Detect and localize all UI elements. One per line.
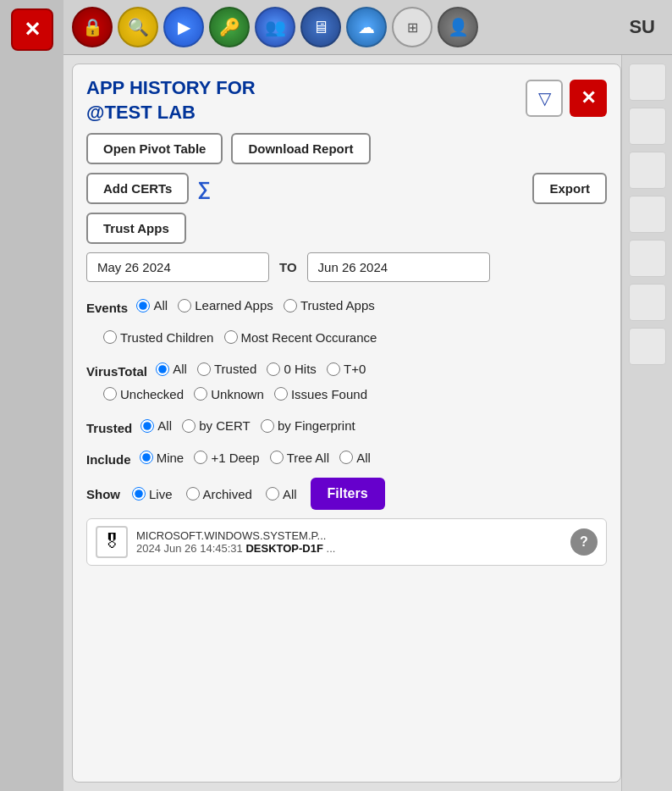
main-content: 🔒 🔍 ▶ 🔑 👥 🖥 ☁ ⊞ 👤 SU APP HISTORY FOR @TE… xyxy=(63,0,672,791)
dialog-close-button[interactable]: ✕ xyxy=(570,80,607,117)
left-panel xyxy=(0,0,63,791)
vt-0hits-option[interactable]: 0 Hits xyxy=(267,357,316,380)
toolbar: 🔒 🔍 ▶ 🔑 👥 🖥 ☁ ⊞ 👤 SU xyxy=(63,0,672,55)
include-mine-radio[interactable] xyxy=(140,451,153,464)
vt-unchecked-option[interactable]: Unchecked xyxy=(86,383,184,406)
open-pivot-table-button[interactable]: Open Pivot Table xyxy=(86,133,223,164)
events-all-radio[interactable] xyxy=(136,299,150,313)
result-name: MICROSOFT.WINDOWS.SYSTEM.P... xyxy=(136,529,562,542)
group-icon[interactable]: 👥 xyxy=(255,7,295,47)
trust-apps-button[interactable]: Trust Apps xyxy=(86,213,186,244)
date-to-input[interactable] xyxy=(307,252,490,282)
lock-icon[interactable]: 🔒 xyxy=(72,7,113,47)
trusted-children-option[interactable]: Trusted Children xyxy=(103,326,213,349)
show-section: Show Live Archived All Filters xyxy=(86,478,607,510)
most-recent-option[interactable]: Most Recent Occurance xyxy=(224,326,377,349)
show-all-radio[interactable] xyxy=(266,487,279,501)
right-btn-4[interactable] xyxy=(629,196,666,233)
export-button[interactable]: Export xyxy=(532,173,607,204)
vt-0hits-radio[interactable] xyxy=(267,362,280,376)
play-icon[interactable]: ▶ xyxy=(163,7,204,47)
show-live-radio[interactable] xyxy=(132,487,146,501)
right-btn-7[interactable] xyxy=(629,328,666,365)
events-learned-option[interactable]: Learned Apps xyxy=(178,294,273,317)
virustotal-section: VirusTotal All Trusted 0 Hits T+0 xyxy=(86,357,607,407)
vt-t0-option[interactable]: T+0 xyxy=(327,357,366,380)
vt-all-option[interactable]: All xyxy=(156,357,187,380)
dialog-area: APP HISTORY FOR @TEST LAB ▽ ✕ Open Pivot… xyxy=(63,55,672,791)
trusted-children-radio[interactable] xyxy=(103,330,117,344)
cloud-icon[interactable]: ☁ xyxy=(346,7,387,47)
checkboxes-section: Trusted Children Most Recent Occurance xyxy=(86,326,607,351)
virustotal-label: VirusTotal xyxy=(86,364,147,379)
vt-unchecked-radio[interactable] xyxy=(103,387,117,401)
trusted-all-option[interactable]: All xyxy=(140,414,172,437)
events-section: Events All Learned Apps Trusted Apps xyxy=(86,294,607,319)
events-all-option[interactable]: All xyxy=(136,294,168,317)
include-all-option[interactable]: All xyxy=(339,446,371,469)
button-row-3: Trust Apps xyxy=(86,213,607,244)
vt-all-radio[interactable] xyxy=(156,362,169,376)
trusted-label: Trusted xyxy=(86,421,132,435)
most-recent-radio[interactable] xyxy=(224,330,238,344)
trusted-all-radio[interactable] xyxy=(140,419,154,433)
vt-unknown-radio[interactable] xyxy=(194,387,207,401)
trusted-by-fingerprint-radio[interactable] xyxy=(261,419,274,433)
title-line2: @TEST LAB xyxy=(86,102,196,123)
dialog-body: Open Pivot Table Download Report Add CER… xyxy=(73,133,620,782)
monitor-icon[interactable]: 🖥 xyxy=(300,7,341,47)
help-button[interactable]: ? xyxy=(570,528,598,556)
show-live-option[interactable]: Live xyxy=(132,483,173,506)
events-trusted-radio[interactable] xyxy=(284,299,297,313)
result-machine: DESKTOP-D1F xyxy=(245,542,323,555)
main-close-button[interactable] xyxy=(11,8,53,51)
right-btn-2[interactable] xyxy=(629,108,666,145)
trusted-by-fingerprint-option[interactable]: by Fingerprint xyxy=(261,414,355,437)
vt-unknown-option[interactable]: Unknown xyxy=(194,383,264,406)
dialog-container: APP HISTORY FOR @TEST LAB ▽ ✕ Open Pivot… xyxy=(72,64,621,783)
filter-triangle-button[interactable]: ▽ xyxy=(526,80,563,117)
vt-issues-option[interactable]: Issues Found xyxy=(274,383,367,406)
date-range-row: TO xyxy=(86,252,607,282)
include-tree-option[interactable]: Tree All xyxy=(270,446,329,469)
add-certs-button[interactable]: Add CERTs xyxy=(86,173,189,204)
include-mine-option[interactable]: Mine xyxy=(140,446,185,469)
right-btn-6[interactable] xyxy=(629,284,666,321)
trusted-by-cert-radio[interactable] xyxy=(182,419,196,433)
trusted-section: Trusted All by CERT by Fingerprint xyxy=(86,414,607,440)
include-label: Include xyxy=(86,452,131,467)
vt-trusted-radio[interactable] xyxy=(197,362,211,376)
download-report-button[interactable]: Download Report xyxy=(231,133,370,164)
show-archived-radio[interactable] xyxy=(186,487,200,501)
search-icon[interactable]: 🔍 xyxy=(118,7,158,47)
vt-trusted-option[interactable]: Trusted xyxy=(197,357,256,380)
events-trusted-option[interactable]: Trusted Apps xyxy=(284,294,375,317)
include-1deep-radio[interactable] xyxy=(194,451,207,464)
events-label: Events xyxy=(86,301,128,315)
events-learned-radio[interactable] xyxy=(178,299,191,313)
vt-t0-radio[interactable] xyxy=(327,362,340,376)
right-btn-1[interactable] xyxy=(629,64,666,101)
user-icon[interactable]: 👤 xyxy=(438,7,478,47)
show-all-option[interactable]: All xyxy=(266,483,297,506)
result-entry: 🎖 MICROSOFT.WINDOWS.SYSTEM.P... 2024 Jun… xyxy=(86,518,607,566)
filters-button[interactable]: Filters xyxy=(311,478,385,510)
result-info: MICROSOFT.WINDOWS.SYSTEM.P... 2024 Jun 2… xyxy=(136,529,562,555)
dialog-header: APP HISTORY FOR @TEST LAB ▽ ✕ xyxy=(73,64,620,133)
cert-ribbon-icon: 🎖 xyxy=(102,531,121,553)
include-all-radio[interactable] xyxy=(339,451,353,464)
right-btn-5[interactable] xyxy=(629,240,666,277)
include-1deep-option[interactable]: +1 Deep xyxy=(194,446,259,469)
to-label: TO xyxy=(279,260,297,274)
include-tree-radio[interactable] xyxy=(270,451,284,464)
show-archived-option[interactable]: Archived xyxy=(186,483,252,506)
right-btn-3[interactable] xyxy=(629,152,666,189)
trusted-by-cert-option[interactable]: by CERT xyxy=(182,414,251,437)
date-from-input[interactable] xyxy=(86,252,269,282)
security-icon[interactable]: 🔑 xyxy=(209,7,250,47)
result-meta: 2024 Jun 26 14:45:31 DESKTOP-D1F ... xyxy=(136,542,562,555)
vt-issues-radio[interactable] xyxy=(274,387,288,401)
header-controls: ▽ ✕ xyxy=(526,80,607,117)
grid-icon[interactable]: ⊞ xyxy=(392,7,432,47)
include-section: Include Mine +1 Deep Tree All All xyxy=(86,446,607,472)
